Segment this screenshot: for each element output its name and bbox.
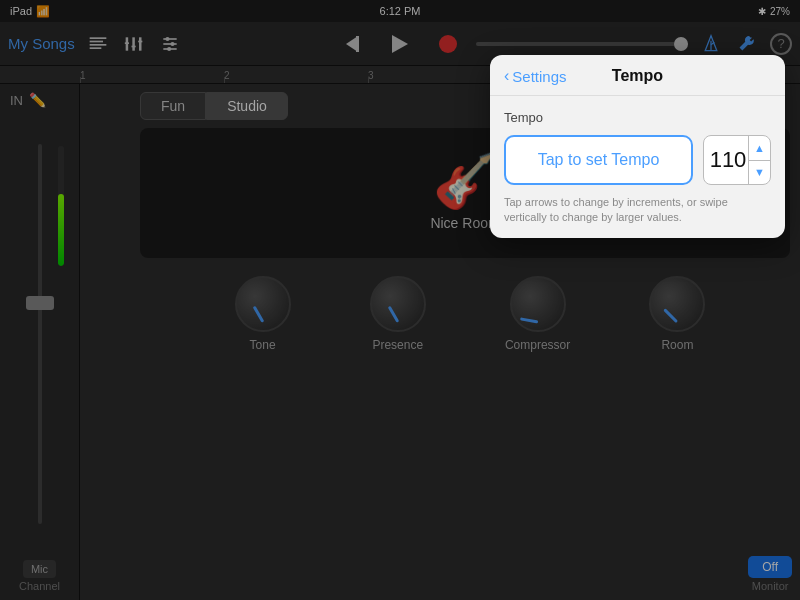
popup-title: Tempo — [612, 67, 663, 85]
popup-header: ‹ Settings Tempo — [490, 55, 785, 96]
tempo-hint: Tap arrows to change by increments, or s… — [504, 195, 771, 226]
tempo-up-button[interactable]: ▲ — [749, 136, 770, 161]
back-chevron-icon: ‹ — [504, 67, 509, 85]
tempo-section-label: Tempo — [504, 110, 771, 125]
popup-body: Tempo Tap to set Tempo 110 ▲ ▼ Tap arrow… — [490, 96, 785, 238]
tempo-stepper[interactable]: 110 ▲ ▼ — [703, 135, 771, 185]
back-label: Settings — [512, 68, 566, 85]
tempo-down-button[interactable]: ▼ — [749, 161, 770, 185]
tempo-value: 110 — [704, 147, 748, 173]
stepper-arrows: ▲ ▼ — [748, 136, 770, 184]
tempo-popup: ‹ Settings Tempo Tempo Tap to set Tempo … — [490, 55, 785, 238]
popup-back-button[interactable]: ‹ Settings — [504, 67, 567, 85]
tempo-controls: Tap to set Tempo 110 ▲ ▼ — [504, 135, 771, 185]
tap-tempo-button[interactable]: Tap to set Tempo — [504, 135, 693, 185]
